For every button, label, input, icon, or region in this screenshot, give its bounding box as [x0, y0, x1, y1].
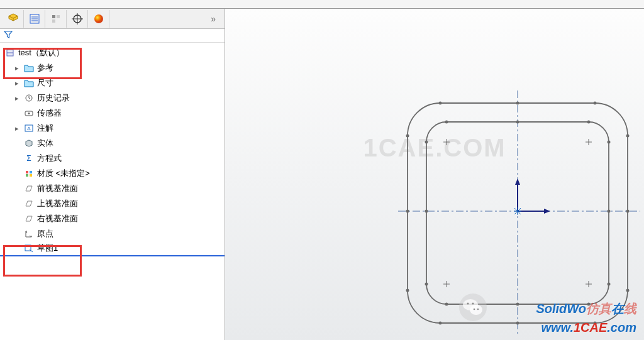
tree-item-sensor[interactable]: 传感器	[0, 106, 225, 121]
svg-line-32	[514, 208, 521, 214]
funnel-icon[interactable]	[4, 31, 13, 38]
svg-text:A: A	[27, 126, 31, 131]
ball-icon	[93, 13, 104, 25]
svg-point-73	[474, 309, 475, 310]
main-area: » test（默认） ▸ 参考 ▸ 尺寸	[0, 9, 644, 340]
folder-icon	[23, 77, 35, 89]
tab-feature-manager[interactable]	[3, 10, 24, 28]
tree-item-label: 原点	[37, 228, 53, 239]
svg-point-43	[626, 289, 630, 292]
svg-rect-21	[26, 174, 28, 177]
body-icon	[23, 138, 35, 149]
tree-item-annot[interactable]: ▸ A 注解	[0, 121, 225, 136]
tab-dimxpert[interactable]	[67, 10, 88, 28]
list-icon	[29, 13, 40, 25]
svg-point-40	[406, 134, 409, 138]
wechat-icon	[459, 293, 487, 321]
svg-point-51	[587, 303, 591, 306]
tree-item-plane-front[interactable]: 前视基准面	[0, 181, 225, 196]
annotation-icon: A	[23, 123, 35, 134]
sensor-icon	[23, 107, 35, 119]
wm-text: SolidWo	[536, 302, 586, 315]
watermark-center: 1CAE.COM	[363, 134, 506, 162]
svg-point-72	[472, 303, 474, 305]
tree-item-material[interactable]: 材质 <未指定>	[0, 166, 225, 181]
plane-icon	[23, 213, 35, 224]
config-icon	[50, 13, 62, 25]
chevron-right-icon: ▸	[15, 124, 23, 133]
tab-property-manager[interactable]	[24, 10, 45, 28]
tree-item-label: 材质 <未指定>	[37, 168, 90, 179]
chevron-right-icon: ▸	[15, 94, 23, 102]
svg-point-58	[425, 210, 428, 213]
tree-item-refs[interactable]: ▸ 参考	[0, 60, 225, 75]
svg-point-59	[608, 210, 611, 213]
svg-line-33	[514, 208, 521, 214]
svg-point-36	[439, 102, 442, 105]
tree-item-label: 方程式	[37, 153, 62, 164]
svg-rect-35	[426, 122, 609, 304]
feature-tree: test（默认） ▸ 参考 ▸ 尺寸 ▸ 历史记录 传感器	[0, 43, 225, 259]
tree-item-label: 注解	[37, 123, 53, 134]
svg-rect-6	[52, 19, 55, 23]
tree-item-origin[interactable]: 原点	[0, 226, 225, 241]
wm-text: 1CAE	[574, 321, 607, 334]
plane-icon	[23, 198, 35, 209]
chevron-right-icon: ▸	[15, 79, 23, 87]
feature-tree-panel: » test（默认） ▸ 参考 ▸ 尺寸	[0, 9, 225, 340]
wm-text: www.	[541, 321, 573, 334]
history-icon	[23, 92, 35, 104]
svg-rect-34	[408, 103, 628, 323]
ribbon-strip	[0, 0, 644, 9]
wm-text: 仿真	[586, 302, 611, 315]
tree-item-history[interactable]: ▸ 历史记录	[0, 90, 225, 106]
folder-icon	[23, 62, 35, 74]
svg-point-54	[608, 141, 611, 144]
tab-configuration-manager[interactable]	[45, 10, 67, 28]
watermark-brand: SolidWo仿真在线	[536, 300, 636, 317]
svg-point-70	[470, 305, 482, 315]
sketch-geometry	[225, 9, 644, 340]
cube-icon	[8, 13, 19, 25]
tree-root[interactable]: test（默认）	[0, 45, 225, 60]
tree-item-label: 尺寸	[37, 77, 53, 89]
tab-display-manager[interactable]	[88, 10, 109, 28]
tree-item-label: 传感器	[37, 107, 62, 119]
svg-point-15	[28, 112, 30, 114]
svg-point-52	[425, 141, 428, 144]
svg-point-37	[594, 102, 597, 105]
svg-point-74	[477, 309, 479, 310]
tree-item-label: 前视基准面	[37, 183, 78, 194]
tree-item-equation[interactable]: Σ 方程式	[0, 151, 225, 166]
plane-icon	[23, 183, 35, 194]
panel-expand-button[interactable]: »	[204, 14, 222, 24]
svg-point-10	[94, 14, 103, 23]
svg-point-49	[587, 121, 591, 124]
tree-item-dims[interactable]: ▸ 尺寸	[0, 75, 225, 90]
tree-item-label: 上视基准面	[37, 198, 78, 209]
svg-point-57	[516, 303, 519, 306]
svg-point-55	[608, 283, 611, 286]
svg-point-50	[445, 303, 448, 306]
svg-point-47	[626, 210, 630, 213]
wm-text: .com	[607, 321, 636, 334]
tree-filter-row	[0, 29, 225, 43]
tree-item-plane-top[interactable]: 上视基准面	[0, 196, 225, 211]
tree-item-label: 参考	[37, 62, 53, 74]
svg-point-42	[626, 134, 630, 138]
sketch-icon	[23, 243, 35, 254]
tree-item-body[interactable]: 实体	[0, 136, 225, 151]
wm-text: 线	[624, 302, 636, 315]
svg-point-39	[594, 322, 597, 325]
svg-point-71	[467, 303, 469, 305]
graphics-viewport[interactable]: 1CAE.COM	[225, 9, 644, 340]
tree-item-sketch1[interactable]: 草图1	[0, 241, 225, 256]
watermark-url: www.1CAE.com	[541, 321, 636, 335]
equation-icon: Σ	[23, 153, 35, 164]
svg-rect-20	[30, 171, 32, 173]
svg-marker-29	[544, 209, 550, 214]
tree-item-label: 历史记录	[37, 92, 70, 104]
tree-item-plane-right[interactable]: 右视基准面	[0, 211, 225, 226]
svg-rect-19	[26, 171, 28, 173]
svg-point-48	[445, 121, 448, 124]
